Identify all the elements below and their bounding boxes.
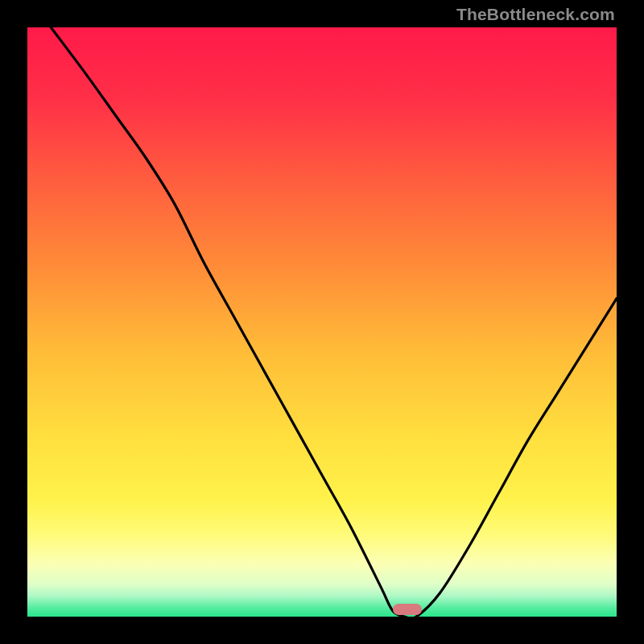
watermark-text: TheBottleneck.com: [456, 5, 615, 24]
bottleneck-curve: [27, 27, 617, 617]
plot-area: [27, 27, 617, 617]
chart-frame: TheBottleneck.com: [0, 0, 644, 644]
minimum-marker: [393, 604, 423, 615]
